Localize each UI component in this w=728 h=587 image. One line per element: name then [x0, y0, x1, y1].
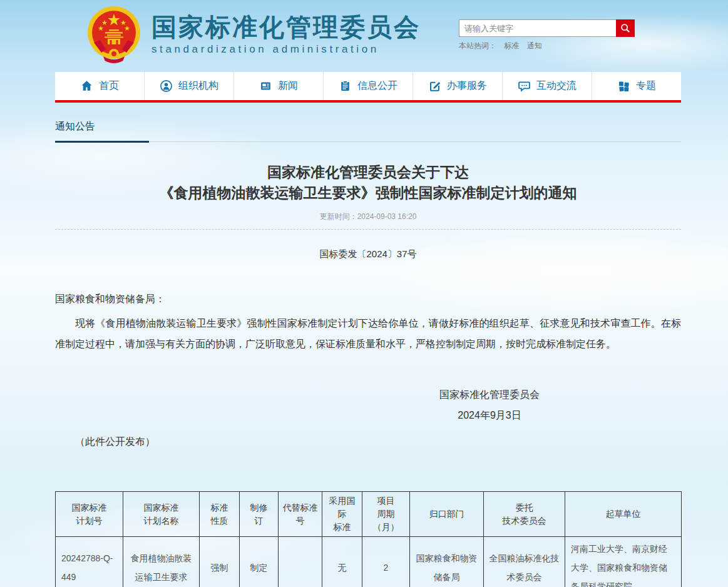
signature-block: 国家标准化管理委员会 2024年9月3日 [439, 384, 540, 426]
cell-competent-dept: 国家粮食和物资储备局 [410, 537, 484, 587]
cell-project-period: 2 [362, 537, 410, 587]
national-emblem-logo [84, 4, 144, 64]
site-header: 国家标准化管理委员会 standardization administratio… [0, 0, 728, 72]
site-subtitle: standardization administration [151, 43, 421, 56]
search-area: 本站热词： 标准 通知 [459, 19, 635, 51]
table-row: 20242788-Q-449 食用植物油散装运输卫生要求 强制 制定 无 2 国… [56, 537, 682, 587]
hot-words-label: 本站热词： [459, 41, 496, 50]
hot-word-notice[interactable]: 通知 [527, 41, 542, 50]
cell-plan-name: 食用植物油散装运输卫生要求 [123, 537, 200, 587]
col-replaced-standard: 代替标准 号 [279, 492, 322, 537]
cell-make-or-revise: 制定 [240, 537, 279, 587]
nav-item-topics[interactable]: 专题 [592, 72, 681, 100]
site-brand: 国家标准化管理委员会 standardization administratio… [84, 4, 421, 64]
info-disclosure-icon [339, 79, 352, 93]
search-icon [620, 23, 631, 34]
col-project-period: 项目 周期 （月） [362, 492, 410, 537]
document-number: 国标委发〔2024〕37号 [55, 248, 681, 260]
article-title-line1: 国家标准化管理委员会关于下达 [55, 162, 681, 183]
cell-plan-number: 20242788-Q-449 [56, 537, 123, 587]
table-header-row: 国家标准 计划号 国家标准 计划名称 标准 性质 制修 订 代替标准 号 采用国… [56, 492, 682, 537]
notice-page: 通知公告 国家标准化管理委员会关于下达 《食用植物油散装运输卫生要求》强制性国家… [55, 103, 681, 587]
signature-date: 2024年9月3日 [439, 405, 540, 426]
nav-item-info-disclosure[interactable]: 信息公开 [324, 72, 413, 100]
home-icon [80, 79, 93, 93]
col-make-or-revise: 制修 订 [240, 492, 279, 537]
service-icon [428, 79, 441, 93]
nav-item-interaction[interactable]: 互动交流 [503, 72, 592, 100]
breadcrumb[interactable]: 通知公告 [55, 121, 95, 131]
cell-standard-nature: 强制 [200, 537, 240, 587]
article-title: 国家标准化管理委员会关于下达 《食用植物油散装运输卫生要求》强制性国家标准制定计… [55, 162, 681, 203]
main-nav: 首页 组织机构 新闻 信息公开 [55, 72, 681, 103]
search-input[interactable] [459, 19, 616, 37]
news-icon [259, 79, 272, 93]
standard-plan-table: 国家标准 计划号 国家标准 计划名称 标准 性质 制修 订 代替标准 号 采用国… [55, 491, 682, 587]
nav-item-organization[interactable]: 组织机构 [145, 72, 234, 100]
col-plan-name: 国家标准 计划名称 [123, 492, 200, 537]
col-entrusted-tc: 委托 技术委员会 [484, 492, 565, 537]
interaction-icon [518, 79, 531, 93]
dashed-divider [55, 229, 681, 230]
nav-item-news[interactable]: 新闻 [234, 72, 324, 100]
nav-item-home[interactable]: 首页 [55, 72, 145, 100]
hot-words: 本站热词： 标准 通知 [459, 41, 635, 51]
hot-word-standard[interactable]: 标准 [504, 41, 519, 50]
cell-intl-standard: 无 [322, 537, 362, 587]
salutation: 国家粮食和物资储备局： [55, 293, 681, 306]
cell-replaced-standard [279, 537, 322, 587]
section-head: 通知公告 [55, 120, 681, 142]
update-time: 更新时间：2024-09-03 16:20 [55, 212, 681, 222]
nav-item-service[interactable]: 办事服务 [413, 72, 503, 100]
col-intl-standard: 采用国际 标准 [322, 492, 362, 537]
cell-entrusted-tc: 全国粮油标准化技术委员会 [484, 537, 565, 587]
col-drafting-unit: 起草单位 [565, 492, 682, 537]
topics-icon [617, 79, 630, 93]
article-title-line2: 《食用植物油散装运输卫生要求》强制性国家标准制定计划的通知 [55, 183, 681, 203]
cell-drafting-unit: 河南工业大学、南京财经大学、国家粮食和物资储备局科学研究院 [565, 537, 682, 587]
col-competent-dept: 归口部门 [410, 492, 484, 537]
col-standard-nature: 标准 性质 [200, 492, 240, 537]
organization-icon [160, 79, 173, 93]
col-plan-number: 国家标准 计划号 [56, 492, 123, 537]
article-body: 现将《食用植物油散装运输卫生要求》强制性国家标准制定计划下达给你单位，请做好标准… [55, 313, 681, 354]
search-button[interactable] [616, 19, 635, 37]
signature-org: 国家标准化管理委员会 [439, 384, 540, 405]
publish-note: （此件公开发布） [55, 436, 681, 449]
site-title: 国家标准化管理委员会 [151, 12, 421, 42]
